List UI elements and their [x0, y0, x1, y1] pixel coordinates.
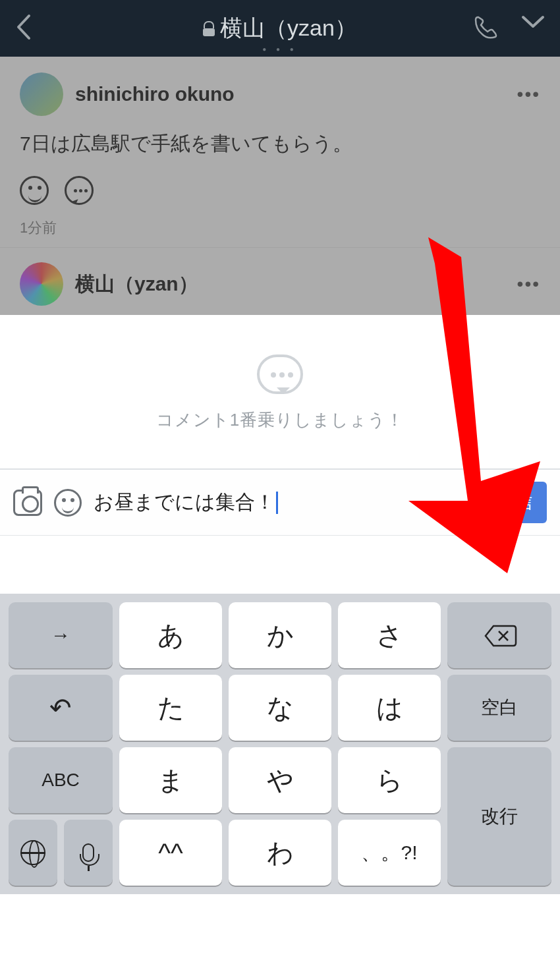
- comment-icon[interactable]: [65, 176, 94, 205]
- more-icon[interactable]: •••: [517, 273, 540, 295]
- comment-input-text: お昼までには集合！: [94, 489, 275, 516]
- key-ha[interactable]: は: [338, 675, 441, 741]
- chat-title-text: 横山（yzan）: [220, 13, 357, 43]
- avatar[interactable]: [20, 262, 63, 306]
- post-username[interactable]: shinichiro okuno: [75, 83, 235, 105]
- key-ta[interactable]: た: [119, 675, 222, 741]
- avatar[interactable]: [20, 72, 63, 116]
- backspace-icon: [484, 625, 515, 646]
- react-icon[interactable]: [20, 176, 49, 205]
- key-sa[interactable]: さ: [338, 602, 441, 668]
- key-ka[interactable]: か: [229, 602, 331, 668]
- comment-bubble-icon: [257, 354, 303, 394]
- key-abc[interactable]: ABC: [9, 747, 113, 813]
- post-timestamp: 1分前: [20, 218, 540, 238]
- post: 横山（yzan） •••: [0, 248, 560, 315]
- key-globe[interactable]: [9, 820, 57, 886]
- key-ma[interactable]: ま: [119, 747, 222, 813]
- keyboard: → ABC あ か さ た な は: [0, 594, 560, 894]
- send-button[interactable]: 送信: [484, 482, 547, 523]
- key-na[interactable]: な: [229, 675, 331, 741]
- key-next-candidate[interactable]: →: [9, 602, 113, 668]
- key-return[interactable]: 改行: [447, 747, 551, 886]
- key-a[interactable]: あ: [119, 602, 222, 668]
- mic-icon: [82, 843, 94, 862]
- key-backspace[interactable]: [447, 602, 551, 668]
- lock-icon: [203, 21, 215, 36]
- key-face[interactable]: ^^: [119, 820, 222, 886]
- chat-header: 横山（yzan） ● ● ●: [0, 0, 560, 57]
- post: shinichiro okuno ••• 7日は広島駅で手紙を書いてもらう。 1…: [0, 57, 560, 248]
- comment-empty-state: コメント1番乗りしましょう！: [0, 315, 560, 468]
- back-icon[interactable]: [14, 13, 32, 43]
- page-indicator: ● ● ●: [0, 45, 560, 53]
- emoji-icon[interactable]: [54, 489, 82, 517]
- key-mic[interactable]: [64, 820, 113, 886]
- key-wa[interactable]: わ: [229, 820, 331, 886]
- globe-icon: [20, 840, 45, 865]
- comment-prompt: コメント1番乗りしましょう！: [0, 409, 560, 432]
- key-space[interactable]: 空白: [447, 675, 551, 741]
- call-icon[interactable]: [473, 14, 498, 42]
- key-ya[interactable]: や: [229, 747, 331, 813]
- key-undo[interactable]: [9, 675, 113, 741]
- camera-icon[interactable]: [13, 490, 42, 516]
- key-punct[interactable]: 、。?!: [338, 820, 441, 886]
- more-icon[interactable]: •••: [517, 84, 540, 105]
- comment-input[interactable]: お昼までには集合！: [94, 489, 472, 516]
- undo-icon: [49, 693, 72, 723]
- post-body: 7日は広島駅で手紙を書いてもらう。: [20, 130, 540, 157]
- key-ra[interactable]: ら: [338, 747, 441, 813]
- chevron-down-icon[interactable]: [520, 14, 546, 42]
- comment-input-bar: お昼までには集合！ 送信: [0, 469, 560, 536]
- post-username[interactable]: 横山（yzan）: [75, 271, 198, 298]
